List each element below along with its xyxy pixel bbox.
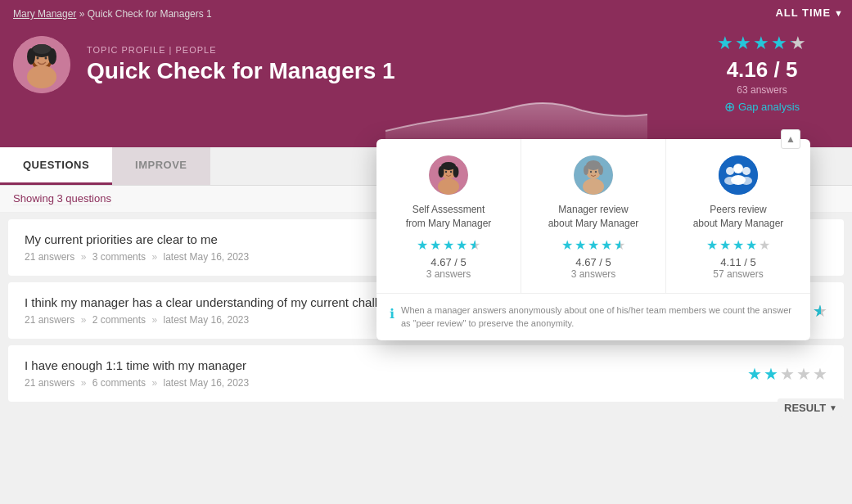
all-time-button[interactable]: ALL TIME ▼	[775, 7, 844, 19]
peers-star-5: ★	[759, 237, 770, 253]
q3-stars: ★ ★ ★ ★ ★	[747, 364, 827, 384]
q3-latest: latest May 16, 2023	[163, 377, 249, 389]
hero-chart: 2018 2019 2020 2021 2022 2023	[385, 65, 647, 147]
breadcrumb-parent[interactable]: Mary Manager	[13, 8, 76, 20]
mgr-star-3: ★	[588, 237, 599, 253]
gap-analysis-button[interactable]: ⊕ Gap analysis	[680, 99, 844, 115]
plus-circle-icon: ⊕	[724, 99, 735, 115]
mgr-star-2: ★	[575, 237, 586, 253]
svg-point-30	[584, 165, 588, 175]
q3-star-2: ★	[764, 364, 778, 384]
avatar	[13, 36, 70, 93]
question-card-3: I have enough 1:1 time with my manager 2…	[8, 345, 844, 402]
hero-stars: ★ ★ ★ ★ ★★	[680, 33, 844, 54]
q2-latest: latest May 16, 2023	[163, 314, 249, 326]
peers-review-card: Peers reviewabout Mary Manager ★ ★ ★ ★ ★…	[666, 139, 810, 293]
manager-avatar	[574, 155, 613, 195]
star-4: ★	[771, 33, 787, 54]
chevron-down-icon: ▼	[829, 403, 837, 412]
q3-answers: 21 answers	[25, 377, 74, 389]
self-star-5: ★	[469, 237, 480, 253]
review-popup: ▲ Self Assessmentfrom Mary Manager	[376, 139, 810, 340]
peers-score: 4.11 / 5	[676, 256, 800, 268]
info-icon: ℹ	[390, 304, 394, 324]
manager-score: 4.67 / 5	[531, 256, 656, 268]
breadcrumb: Mary Manager » Quick Check for Managers …	[0, 0, 852, 28]
svg-point-23	[453, 166, 459, 178]
mgr-star-4: ★	[601, 237, 612, 253]
self-star-3: ★	[443, 237, 454, 253]
q1-comments: 3 comments	[92, 251, 146, 263]
question-title-3: I have enough 1:1 time with my manager	[25, 358, 747, 372]
chevron-down-icon: ▼	[834, 8, 844, 18]
result-dropdown[interactable]: RESULT ▼	[778, 398, 844, 417]
svg-point-33	[595, 171, 597, 173]
chevron-up-icon: ▲	[786, 133, 796, 145]
breadcrumb-current: Quick Check for Managers 1	[88, 8, 212, 20]
result-label: RESULT	[784, 402, 826, 414]
svg-point-24	[445, 171, 447, 173]
hero-score: 4.16 / 5	[680, 57, 844, 83]
peers-star-4: ★	[746, 237, 757, 253]
self-score: 4.67 / 5	[386, 256, 511, 268]
star-2: ★	[735, 33, 751, 54]
svg-point-25	[450, 171, 452, 173]
mgr-star-5: ★	[614, 237, 625, 253]
peers-label: Peers reviewabout Mary Manager	[676, 203, 800, 231]
peers-star-1: ★	[706, 237, 718, 253]
q3-star-3: ★	[780, 364, 795, 384]
q3-star-1: ★	[747, 364, 762, 384]
q2-star-5: ★	[813, 301, 827, 321]
self-stars: ★ ★ ★ ★ ★	[386, 237, 511, 253]
svg-point-37	[742, 167, 751, 175]
manager-label: Manager reviewabout Mary Manager	[531, 203, 656, 231]
q1-latest: latest May 16, 2023	[163, 251, 249, 263]
popup-note: ℹ When a manager answers anonymously abo…	[376, 294, 810, 340]
svg-point-31	[598, 165, 603, 175]
self-star-4: ★	[456, 237, 467, 253]
self-label: Self Assessmentfrom Mary Manager	[386, 203, 511, 231]
popup-note-text: When a manager answers anonymously about…	[401, 304, 797, 331]
q3-comments: 6 comments	[92, 377, 146, 389]
svg-point-39	[733, 164, 743, 173]
peers-star-3: ★	[733, 237, 744, 253]
svg-point-4	[27, 65, 56, 88]
manager-stars: ★ ★ ★ ★ ★	[531, 237, 656, 253]
all-time-label: ALL TIME	[775, 7, 831, 19]
tab-improve[interactable]: IMPROVE	[112, 147, 210, 185]
self-star-1: ★	[417, 237, 428, 253]
rating-panel: ★ ★ ★ ★ ★★ 4.16 / 5 63 answers ⊕ Gap ana…	[672, 25, 852, 123]
scroll-up-button[interactable]: ▲	[781, 129, 800, 149]
svg-point-9	[37, 57, 39, 60]
peers-answers: 57 answers	[676, 268, 800, 280]
star-1: ★	[717, 33, 733, 54]
hero-section: Mary Manager » Quick Check for Managers …	[0, 0, 852, 147]
showing-count: Showing 3 questions	[13, 192, 111, 205]
star-5: ★★	[789, 33, 807, 54]
mgr-star-1: ★	[561, 237, 573, 253]
q1-answers: 21 answers	[25, 251, 74, 263]
question-meta-3: 21 answers » 6 comments » latest May 16,…	[25, 377, 747, 389]
breadcrumb-separator: »	[79, 8, 88, 20]
svg-point-10	[45, 57, 47, 60]
peers-star-2: ★	[719, 237, 731, 253]
svg-point-20	[438, 178, 459, 195]
self-star-2: ★	[430, 237, 441, 253]
star-3: ★	[753, 33, 769, 54]
svg-point-28	[583, 178, 604, 195]
self-assessment-card: Self Assessmentfrom Mary Manager ★ ★ ★ ★…	[376, 139, 521, 293]
svg-point-40	[731, 175, 746, 185]
question-left-3: I have enough 1:1 time with my manager 2…	[25, 358, 747, 389]
hero-answers: 63 answers	[680, 84, 844, 96]
svg-point-22	[439, 166, 444, 178]
q3-star-4: ★	[796, 364, 811, 384]
svg-point-8	[33, 44, 51, 54]
svg-point-32	[590, 171, 592, 173]
manager-answers: 3 answers	[531, 268, 656, 280]
q2-comments: 2 comments	[92, 314, 146, 326]
gap-analysis-label: Gap analysis	[738, 101, 800, 113]
popup-cards-row: Self Assessmentfrom Mary Manager ★ ★ ★ ★…	[376, 139, 810, 294]
self-avatar	[429, 155, 468, 195]
tab-questions[interactable]: QUESTIONS	[0, 147, 112, 185]
q3-star-5: ★	[813, 364, 827, 384]
